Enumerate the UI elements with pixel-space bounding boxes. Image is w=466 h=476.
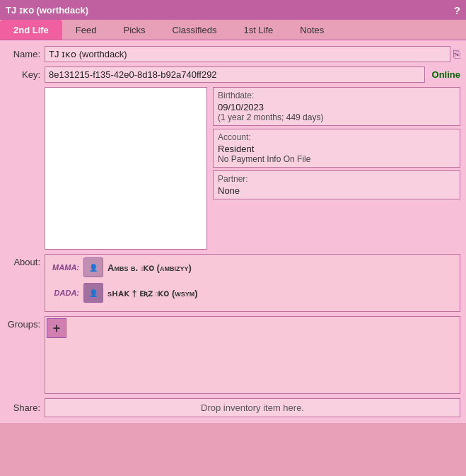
- mama-name[interactable]: Ambs в. ɪᴋᴏ (ambizyy): [107, 262, 192, 273]
- groups-section: Groups: +: [6, 316, 460, 394]
- share-drop-zone[interactable]: Drop inventory item here.: [45, 398, 460, 417]
- birthdate-sub: (1 year 2 months; 449 days): [218, 112, 455, 122]
- share-label: Share:: [6, 402, 45, 413]
- account-line1: Resident: [218, 144, 455, 154]
- dada-avatar-img: 👤: [83, 283, 103, 303]
- profile-image: [45, 87, 207, 250]
- tab-feed[interactable]: Feed: [62, 20, 110, 40]
- about-section: About: MAMA: 👤 Ambs в. ɪᴋᴏ (ambizyy) DAD…: [6, 254, 460, 312]
- dada-name[interactable]: sʜᴀᴋ † ᴇʀᴢ ɪᴋᴏ (wsym): [107, 288, 198, 298]
- partner-block: Partner: None: [213, 170, 460, 199]
- partner-label: Partner:: [218, 174, 455, 184]
- tab-2nd-life[interactable]: 2nd Life: [0, 20, 62, 40]
- about-dada-row: DADA: 👤 sʜᴀᴋ † ᴇʀᴢ ɪᴋᴏ (wsym): [49, 283, 455, 303]
- birthdate-value: 09/10/2023: [218, 102, 455, 112]
- help-button[interactable]: ?: [454, 4, 460, 16]
- birthdate-block: Birthdate: 09/10/2023 (1 year 2 months; …: [213, 87, 460, 126]
- name-value: TJ ɪᴋᴏ (worthdack): [45, 46, 450, 62]
- account-line2: No Payment Info On File: [218, 154, 455, 164]
- mama-role-label: MAMA:: [49, 263, 83, 272]
- mama-avatar-img: 👤: [83, 257, 103, 277]
- online-status: Online: [432, 69, 460, 80]
- name-row: Name: TJ ɪᴋᴏ (worthdack) ⎘: [6, 46, 460, 62]
- key-row: Key: 8e131215-f135-42e0-8d18-b92a740ff29…: [6, 66, 460, 83]
- key-value: 8e131215-f135-42e0-8d18-b92a740ff292: [45, 66, 425, 83]
- share-section: Share: Drop inventory item here.: [6, 398, 460, 417]
- account-block: Account: Resident No Payment Info On Fil…: [213, 129, 460, 168]
- account-label: Account:: [218, 132, 455, 142]
- mama-avatar: 👤: [83, 257, 103, 277]
- add-group-button[interactable]: +: [47, 318, 66, 338]
- profile-content: Name: TJ ɪᴋᴏ (worthdack) ⎘ Key: 8e131215…: [0, 40, 466, 423]
- tab-1st-life[interactable]: 1st Life: [230, 20, 286, 40]
- about-label: About:: [6, 254, 45, 312]
- copy-name-button[interactable]: ⎘: [453, 48, 460, 61]
- groups-content: +: [45, 316, 460, 394]
- name-label: Name:: [6, 49, 45, 59]
- tab-classifieds[interactable]: Classifieds: [159, 20, 231, 40]
- profile-info: Birthdate: 09/10/2023 (1 year 2 months; …: [213, 87, 460, 250]
- birthdate-label: Birthdate:: [218, 91, 455, 100]
- window-title: TJ ɪᴋᴏ (worthdack): [6, 5, 88, 16]
- title-bar: TJ ɪᴋᴏ (worthdack) ?: [0, 0, 466, 20]
- partner-value: None: [218, 185, 455, 196]
- key-label: Key:: [6, 69, 45, 80]
- about-mama-row: MAMA: 👤 Ambs в. ɪᴋᴏ (ambizyy): [49, 257, 455, 277]
- tab-bar: 2nd Life Feed Picks Classifieds 1st Life…: [0, 20, 466, 40]
- groups-label: Groups:: [6, 316, 45, 394]
- tab-notes[interactable]: Notes: [286, 20, 337, 40]
- about-content: MAMA: 👤 Ambs в. ɪᴋᴏ (ambizyy) DADA: 👤 sʜ…: [45, 254, 460, 312]
- profile-section: Birthdate: 09/10/2023 (1 year 2 months; …: [45, 87, 460, 250]
- dada-avatar: 👤: [83, 283, 103, 303]
- dada-role-label: DADA:: [49, 289, 83, 297]
- tab-picks[interactable]: Picks: [110, 20, 158, 40]
